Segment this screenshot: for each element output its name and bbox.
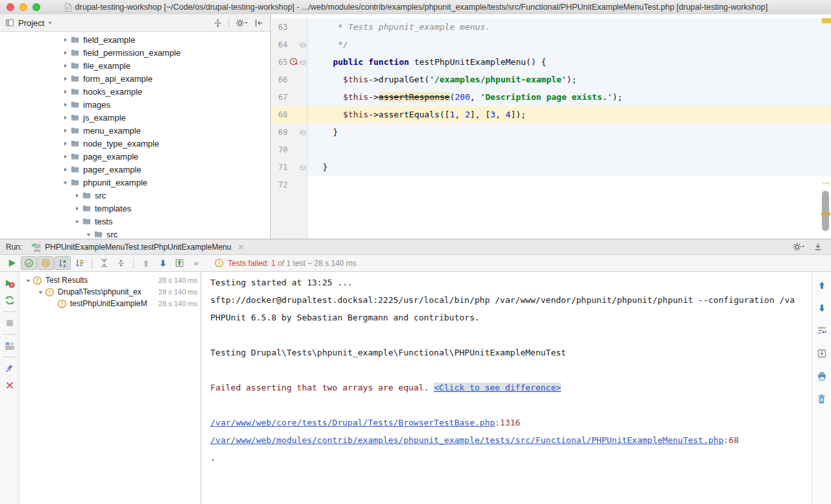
sort-alphabetically-button[interactable]: az <box>55 256 71 270</box>
hide-project-panel-button[interactable] <box>254 18 264 28</box>
project-tree-item[interactable]: node_type_example <box>0 137 270 150</box>
project-panel-header: Project <box>0 14 270 32</box>
previous-occurrence-button[interactable] <box>815 278 829 293</box>
editor-line[interactable]: 72 <box>271 176 831 193</box>
rerun-button[interactable] <box>3 293 17 307</box>
project-tree-item[interactable]: js_example <box>0 111 270 124</box>
code-text: $this->drupalGet('/examples/phpunit-exam… <box>308 75 577 84</box>
project-tree-item[interactable]: field_example <box>0 33 270 46</box>
clear-all-button[interactable] <box>815 392 829 406</box>
next-occurrence-button[interactable] <box>815 301 829 315</box>
fold-marker-icon[interactable] <box>299 59 306 66</box>
line-number: 66 <box>273 75 288 84</box>
show-ignored-button[interactable] <box>38 256 54 270</box>
editor-line[interactable]: 63 * Tests phpunit_example menus. <box>271 18 831 36</box>
project-tree-item[interactable]: hooks_example <box>0 85 270 98</box>
restore-layout-button[interactable] <box>3 339 17 353</box>
close-button[interactable] <box>3 378 17 392</box>
test-console-output[interactable]: Testing started at 13:25 ...sftp://docke… <box>201 272 812 504</box>
fold-marker-icon[interactable] <box>299 164 306 171</box>
chevron-down-icon[interactable] <box>47 19 53 26</box>
console-link[interactable]: /var/www/web/core/tests/Drupal/Tests/Bro… <box>210 418 495 427</box>
scroll-to-end-button[interactable] <box>815 346 829 361</box>
collapse-all-button[interactable] <box>113 256 129 270</box>
project-tree: field_examplefield_permission_examplefil… <box>0 32 270 239</box>
fold-marker-icon[interactable] <box>299 42 306 49</box>
project-tree-item[interactable]: src <box>0 228 270 239</box>
project-panel-title[interactable]: Project <box>18 18 44 28</box>
project-settings-button[interactable] <box>235 18 248 28</box>
editor[interactable]: 63 * Tests phpunit_example menus.64 */65… <box>271 14 831 239</box>
export-test-results-button[interactable] <box>171 256 188 270</box>
print-button[interactable] <box>815 369 829 383</box>
folder-name: file_example <box>83 61 130 71</box>
project-tree-item[interactable]: file_example <box>0 59 270 72</box>
title-bar: drupal-testing-workshop [~/Code/os/drupa… <box>0 0 831 15</box>
editor-scrollbar[interactable] <box>822 191 829 231</box>
editor-gutter: 66 <box>271 71 308 88</box>
toolbar-separator <box>92 258 92 269</box>
rerun-tests-button[interactable] <box>4 256 20 270</box>
folder-icon <box>70 165 80 174</box>
project-tree-item[interactable]: form_api_example <box>0 72 270 85</box>
next-failed-test-button[interactable] <box>155 256 171 270</box>
test-tree-row[interactable]: testPhpUnitExampleM28 s 140 ms <box>19 298 201 309</box>
fold-marker-icon[interactable] <box>299 129 306 136</box>
editor-line[interactable]: 66 $this->drupalGet('/examples/phpunit-e… <box>271 71 831 88</box>
run-tool-window: Run: php PHPUnitExampleMenuTest.testPhpU… <box>0 239 831 504</box>
project-tree-item[interactable]: page_example <box>0 150 270 163</box>
run-settings-button[interactable] <box>792 242 805 252</box>
minimize-window-button[interactable] <box>19 3 27 11</box>
previous-failed-test-button[interactable] <box>138 256 154 270</box>
clock-red-icon <box>289 57 299 67</box>
project-tree-item[interactable]: templates <box>0 202 270 215</box>
code-text: * Tests phpunit_example menus. <box>308 22 490 32</box>
soft-wrap-button[interactable] <box>815 324 829 338</box>
error-stripe-status[interactable] <box>822 18 831 23</box>
error-stripe-mark[interactable] <box>821 213 830 215</box>
editor-gutter: 65 <box>271 53 308 71</box>
console-line: Failed asserting that two arrays are equ… <box>210 379 812 396</box>
editor-line[interactable]: 67 $this->assertResponse(200, 'Descripti… <box>271 88 831 106</box>
project-tree-item[interactable]: src <box>0 189 270 202</box>
folder-name: field_example <box>83 35 135 45</box>
dock-panel-button[interactable] <box>813 242 823 252</box>
project-tree-item[interactable]: tests <box>0 215 270 228</box>
show-passed-button[interactable] <box>21 256 37 270</box>
console-link[interactable]: /var/www/web/modules/contrib/examples/ph… <box>210 435 724 445</box>
project-tree-item[interactable]: menu_example <box>0 124 270 137</box>
editor-line[interactable]: 65 public function testPhpUnitExampleMen… <box>271 53 831 71</box>
editor-line[interactable]: 70 <box>271 141 831 158</box>
zoom-window-button[interactable] <box>32 3 40 11</box>
rerun-failed-tests-button[interactable] <box>3 276 17 291</box>
project-tree-item[interactable]: field_permission_example <box>0 46 270 59</box>
project-tree-item[interactable]: images <box>0 98 270 111</box>
more-options-button[interactable]: » <box>188 256 205 270</box>
sort-by-duration-button[interactable] <box>71 256 88 270</box>
code-text: $this->assertEquals([1, 2], [3, 4]); <box>308 110 526 119</box>
test-duration: 28 s 140 ms <box>156 276 201 284</box>
test-tree-row[interactable]: Test Results28 s 140 ms <box>19 274 201 286</box>
run-configuration-tab[interactable]: php PHPUnitExampleMenuTest.testPhpUnitEx… <box>31 242 244 252</box>
folder-name: form_api_example <box>83 74 153 84</box>
pin-tab-button[interactable] <box>3 361 17 376</box>
editor-line[interactable]: 69 } <box>271 123 831 141</box>
chevron-right-icon <box>62 114 69 121</box>
chevron-right-icon <box>62 153 69 160</box>
editor-line[interactable]: 68 $this->assertEquals([1, 2], [3, 4]); <box>271 106 831 123</box>
close-tab-icon[interactable] <box>238 244 244 250</box>
console-link[interactable]: <Click to see difference> <box>434 383 561 392</box>
project-tree-item[interactable]: pager_example <box>0 163 270 176</box>
test-tree-row[interactable]: Drupal\Tests\phpunit_ex28 s 140 ms <box>19 286 201 298</box>
line-number: 71 <box>273 163 288 172</box>
stop-button[interactable] <box>3 316 17 330</box>
folder-icon <box>82 217 92 226</box>
project-tree-item[interactable]: phpunit_example <box>0 176 270 189</box>
close-window-button[interactable] <box>6 3 14 11</box>
collapse-all-project-button[interactable] <box>213 18 223 28</box>
error-stripe-mark[interactable] <box>823 182 830 184</box>
expand-all-button[interactable] <box>96 256 112 270</box>
editor-line[interactable]: 64 */ <box>271 36 831 53</box>
editor-line[interactable]: 71} <box>271 158 831 176</box>
console-line: . <box>210 449 812 466</box>
